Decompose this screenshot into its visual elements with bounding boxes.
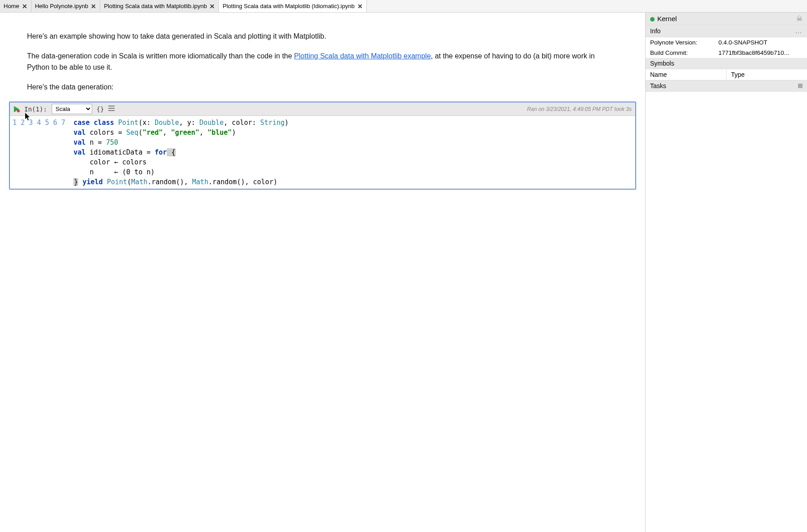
notebook-content: Here's an example showing how to take da… — [0, 13, 645, 532]
description-paragraph-3: Here's the data generation: — [27, 81, 618, 93]
tasks-section-header[interactable]: Tasks — [646, 80, 807, 92]
close-icon[interactable]: ✕ — [22, 3, 27, 9]
sidebar: Kernel ☠ Info … Polynote Version: 0.4.0-… — [645, 13, 807, 532]
kernel-label: Kernel — [657, 15, 677, 22]
symbols-table-header: Name Type — [646, 69, 807, 80]
tab-label: Hello Polynote.ipynb — [35, 3, 89, 9]
lines-icon[interactable] — [108, 106, 115, 112]
braces-icon[interactable]: {} — [97, 106, 104, 113]
plotting-example-link[interactable]: Plotting Scala data with Matplotlib exam… — [294, 52, 431, 60]
version-value: 0.4.0-SNAPSHOT — [718, 39, 803, 46]
kernel-status-icon — [650, 17, 655, 22]
cell-in-label: In(1): — [24, 106, 47, 113]
commit-key: Build Commit: — [650, 49, 713, 56]
tab-hello-polynote[interactable]: Hello Polynote.ipynb ✕ — [31, 0, 101, 12]
tab-label: Home — [4, 3, 19, 9]
commit-value: 1771fbf3bac8f6459b710... — [718, 49, 803, 56]
tab-plotting-matplotlib-idiomatic[interactable]: Plotting Scala data with Matplotlib (Idi… — [219, 0, 366, 12]
tasks-label: Tasks — [650, 82, 666, 89]
skull-icon[interactable]: ☠ — [796, 14, 803, 23]
close-icon[interactable]: ✕ — [210, 3, 215, 9]
svg-point-1 — [17, 110, 20, 112]
run-button[interactable] — [13, 106, 20, 112]
kernel-section-header[interactable]: Kernel ☠ — [646, 13, 807, 25]
info-commit-row: Build Commit: 1771fbf3bac8f6459b710... — [646, 48, 807, 58]
line-gutter: 1 2 3 4 5 6 7 — [10, 116, 70, 189]
tab-bar: Home ✕ Hello Polynote.ipynb ✕ Plotting S… — [0, 0, 807, 13]
version-key: Polynote Version: — [650, 39, 713, 46]
code-editor[interactable]: 1 2 3 4 5 6 7 case class Point(x: Double… — [10, 116, 635, 189]
symbols-section-header[interactable]: Symbols — [646, 58, 807, 69]
tab-plotting-matplotlib[interactable]: Plotting Scala data with Matplotlib.ipyn… — [100, 0, 219, 12]
language-select[interactable]: Scala — [52, 104, 92, 114]
symbols-label: Symbols — [650, 60, 674, 67]
name-column: Name — [646, 69, 727, 80]
cell-toolbar: In(1): Scala {} Ran on 3/23/2021, 4:49:0… — [10, 102, 635, 116]
close-icon[interactable]: ✕ — [357, 3, 363, 9]
type-column: Type — [727, 69, 807, 80]
text: The data-generation code in Scala is wri… — [27, 52, 294, 60]
info-section-header[interactable]: Info … — [646, 25, 807, 37]
code-cell[interactable]: In(1): Scala {} Ran on 3/23/2021, 4:49:0… — [9, 102, 636, 190]
close-icon[interactable]: ✕ — [91, 3, 96, 9]
info-version-row: Polynote Version: 0.4.0-SNAPSHOT — [646, 37, 807, 48]
info-label: Info — [650, 27, 660, 35]
ellipsis-icon[interactable]: … — [795, 27, 803, 35]
description-paragraph-2: The data-generation code in Scala is wri… — [27, 50, 618, 73]
code-text[interactable]: case class Point(x: Double, y: Double, c… — [70, 116, 292, 189]
cell-status: Ran on 3/23/2021, 4:49:05 PM PDT took 3s — [527, 106, 632, 112]
tab-home[interactable]: Home ✕ — [0, 0, 31, 12]
tab-label: Plotting Scala data with Matplotlib.ipyn… — [104, 3, 207, 9]
tab-label: Plotting Scala data with Matplotlib (Idi… — [223, 3, 354, 9]
stop-icon[interactable] — [798, 84, 803, 88]
description-paragraph-1: Here's an example showing how to take da… — [27, 31, 618, 42]
